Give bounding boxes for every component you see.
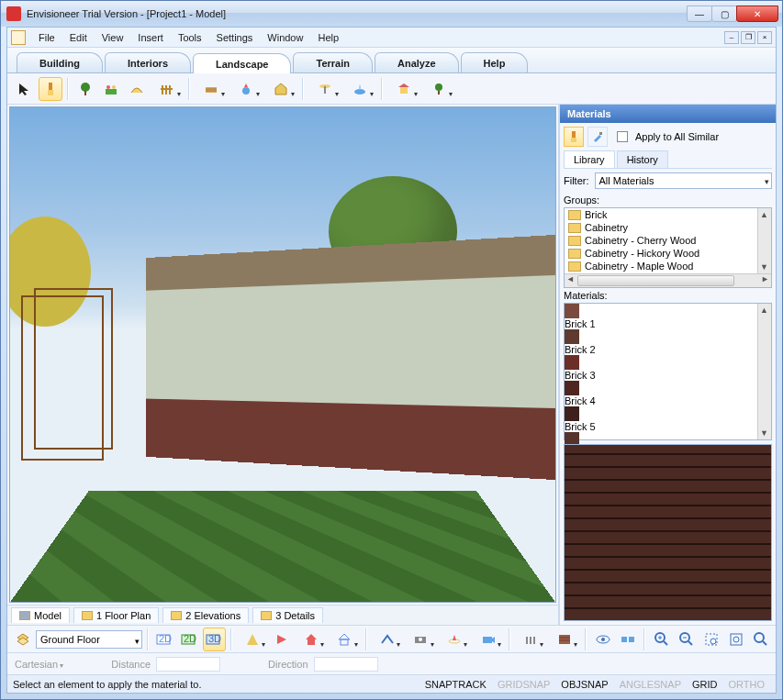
water-feature-button[interactable] [343,77,376,101]
svg-point-65 [733,637,739,642]
svg-rect-48 [559,635,570,644]
apply-all-similar-label: Apply to All Similar [635,131,719,142]
tab-terrain[interactable]: Terrain [293,52,372,72]
2d-plan-button[interactable]: 2D [153,628,176,651]
deck-tool-button[interactable] [195,77,228,101]
status-message: Select an element to apply the material … [13,679,201,690]
menu-edit[interactable]: Edit [62,30,95,45]
snap-objsnap[interactable]: OBJSNAP [555,679,613,690]
floor-select[interactable]: Ground Floor [36,630,142,649]
svg-text:2D: 2D [184,633,196,644]
place-camera-button[interactable] [270,628,293,651]
walk-button[interactable] [372,628,404,651]
zoom-window-button[interactable] [699,628,722,651]
app-menu-icon[interactable] [11,30,26,45]
mdi-close-button[interactable]: × [757,31,772,44]
shadows-button[interactable] [515,628,547,651]
scene-ground [10,491,555,602]
tab-help[interactable]: Help [461,52,529,72]
direction-field[interactable] [314,657,378,672]
3d-view-button[interactable]: 3D [203,628,226,651]
render-button[interactable] [591,628,614,651]
svg-marker-16 [275,83,286,94]
tab-interiors[interactable]: Interiors [105,52,191,72]
menu-view[interactable]: View [95,30,131,45]
snap-gridsnap[interactable]: GRIDSNAP [492,679,555,690]
zoom-out-button[interactable] [675,628,698,651]
snap-snaptrack[interactable]: SNAPTRACK [419,679,492,690]
zoom-fit-button[interactable] [724,628,747,651]
tab-landscape[interactable]: Landscape [193,53,291,73]
close-button[interactable]: ✕ [736,6,778,22]
maximize-button[interactable]: ▢ [711,6,737,22]
zoom-realtime-button[interactable] [749,628,772,651]
eyedropper-mode-button[interactable] [587,127,608,147]
snap-ortho[interactable]: ORTHO [722,679,770,690]
select-tool-button[interactable] [13,77,37,101]
menu-window[interactable]: Window [260,30,310,45]
2d-designer-button[interactable]: 2D [178,628,201,651]
viewtab-model[interactable]: Model [11,607,70,623]
display-mode-button[interactable] [237,628,269,651]
snap-anglesnap[interactable]: ANGLESNAP [614,679,687,690]
materials-listbox[interactable]: Brick 1 Brick 2 Brick 3 Brick 4 Brick 5 … [564,303,772,440]
menu-tools[interactable]: Tools [171,30,209,45]
apply-all-similar-checkbox[interactable] [617,131,628,142]
shed-tool-button[interactable] [264,77,297,101]
group-item: Cabinetry - Maple Wood [565,260,757,272]
paintbrush-mode-button[interactable] [564,127,584,147]
outdoor-furniture-button[interactable] [308,77,341,101]
svg-line-67 [763,641,766,645]
textures-button[interactable] [548,628,580,651]
stereo-button[interactable] [616,628,639,651]
zoom-in-button[interactable] [650,628,673,651]
edging-tool-button[interactable] [125,77,149,101]
exterior-light-button[interactable] [422,77,455,101]
groups-vscrollbar[interactable] [757,208,771,273]
elevation-view-button[interactable] [329,628,361,651]
window-title: Envisioneer Trial Version - [Project1 - … [27,8,688,19]
menu-help[interactable]: Help [310,30,346,45]
gazebo-tool-button[interactable] [387,77,420,101]
svg-line-56 [664,641,667,645]
tab-building[interactable]: Building [17,52,103,72]
mdi-minimize-button[interactable]: – [724,31,739,44]
3d-viewport[interactable] [9,106,556,603]
snap-grid[interactable]: GRID [687,679,723,690]
garden-bed-button[interactable] [99,77,123,101]
titlebar[interactable]: Envisioneer Trial Version - [Project1 - … [1,1,782,27]
coord-mode-dropdown[interactable]: Cartesian [15,659,63,670]
material-preview [564,444,772,621]
menu-settings[interactable]: Settings [209,30,261,45]
groups-hscrollbar[interactable] [565,273,771,287]
materials-tab-history[interactable]: History [617,150,668,168]
irrigation-tool-button[interactable] [229,77,263,101]
viewtab-details[interactable]: 3 Details [252,607,323,623]
mdi-restore-button[interactable]: ❐ [741,31,755,44]
direction-label: Direction [268,659,308,670]
viewtab-elevations[interactable]: 2 Elevations [162,607,249,623]
viewtab-floorplan[interactable]: 1 Floor Plan [73,607,159,623]
folder-icon [568,236,581,246]
tab-analyze[interactable]: Analyze [375,52,459,72]
svg-rect-23 [438,91,440,94]
svg-rect-25 [571,138,576,142]
groups-listbox[interactable]: Brick Cabinetry Cabinetry - Cherry Wood … [564,207,772,288]
look-around-button[interactable] [405,628,437,651]
materials-tab-library[interactable]: Library [564,150,615,168]
paint-material-button[interactable] [39,77,62,101]
camera-button[interactable] [472,628,504,651]
materials-vscrollbar[interactable] [757,304,771,439]
folder-icon [568,223,581,233]
menu-insert[interactable]: Insert [130,30,171,45]
svg-rect-64 [731,634,742,645]
tree-tool-button[interactable] [73,77,97,101]
home-view-button[interactable] [295,628,327,651]
fly-button[interactable] [439,628,471,651]
distance-field[interactable] [156,657,220,672]
layers-button[interactable] [11,628,34,651]
minimize-button[interactable]: — [687,6,712,22]
fence-tool-button[interactable] [151,77,184,101]
menu-file[interactable]: File [31,30,62,45]
filter-select[interactable]: All Materials [595,172,773,189]
